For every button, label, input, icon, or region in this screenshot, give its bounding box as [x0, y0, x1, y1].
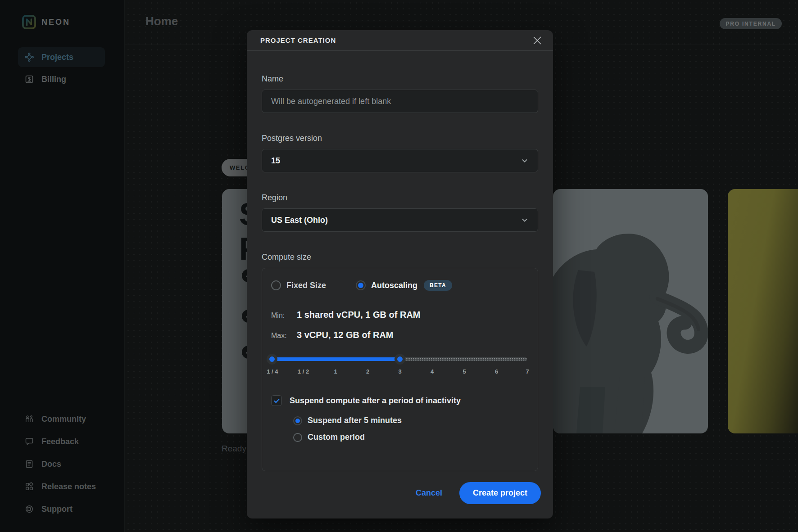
postgres-version-select[interactable]: 15	[262, 149, 538, 172]
autoscaling-radio[interactable]	[356, 280, 366, 290]
custom-period-row: Custom period	[293, 433, 529, 442]
beta-badge: BETA	[424, 280, 452, 291]
min-label: Min:	[271, 311, 297, 320]
region-value: US East (Ohio)	[271, 216, 328, 225]
suspend-checkbox[interactable]	[271, 395, 282, 406]
modal-footer: Cancel Create project	[416, 482, 541, 504]
max-label: Max:	[271, 332, 297, 340]
tick-label: 6	[495, 368, 498, 375]
modal-header: PROJECT CREATION	[247, 30, 553, 51]
modal-body: Name Postgres version 15 Region US East …	[247, 51, 553, 471]
app-root: NEON Projects Billing Community	[0, 0, 798, 532]
close-icon[interactable]	[531, 35, 543, 46]
suspend-checkbox-row: Suspend compute after a period of inacti…	[271, 395, 529, 406]
compute-size-label: Compute size	[262, 252, 538, 262]
checkmark-icon	[273, 397, 280, 404]
min-row: Min: 1 shared vCPU, 1 GB of RAM	[271, 310, 529, 320]
tick-label: 1 / 4	[267, 368, 278, 375]
compute-range-slider[interactable]	[271, 354, 529, 365]
tick-label: 7	[526, 368, 529, 375]
suspend-after-5-label: Suspend after 5 minutes	[308, 416, 402, 425]
postgres-version-value: 15	[271, 156, 280, 166]
slider-filled-range	[272, 357, 401, 361]
suspend-after-5-radio[interactable]	[293, 416, 302, 425]
custom-period-radio[interactable]	[293, 433, 302, 442]
suspend-label: Suspend compute after a period of inacti…	[290, 396, 461, 406]
suspend-after-row: Suspend after 5 minutes	[293, 416, 529, 425]
max-value: 3 vCPU, 12 GB of RAM	[297, 330, 393, 340]
custom-period-label: Custom period	[308, 433, 365, 442]
tick-label: 5	[462, 368, 466, 375]
slider-max-handle[interactable]	[394, 354, 405, 365]
chevron-down-icon	[521, 157, 529, 165]
chevron-down-icon	[521, 216, 529, 224]
fixed-size-label: Fixed Size	[286, 281, 326, 290]
min-value: 1 shared vCPU, 1 GB of RAM	[297, 310, 421, 320]
region-select[interactable]: US East (Ohio)	[262, 208, 538, 232]
compute-mode-radios: Fixed Size Autoscaling BETA	[271, 280, 529, 291]
slider-min-handle[interactable]	[267, 354, 277, 365]
name-label: Name	[262, 74, 538, 84]
tick-label: 3	[398, 368, 401, 375]
project-creation-modal: PROJECT CREATION Name Postgres version 1…	[247, 30, 553, 518]
compute-size-panel: Fixed Size Autoscaling BETA Min: 1 share…	[262, 268, 538, 471]
tick-label: 2	[366, 368, 369, 375]
tick-label: 1 / 2	[298, 368, 309, 375]
modal-title: PROJECT CREATION	[260, 36, 336, 44]
tick-label: 4	[431, 368, 434, 375]
cancel-button[interactable]: Cancel	[416, 488, 442, 498]
fixed-size-radio[interactable]	[271, 280, 281, 290]
tick-label: 1	[334, 368, 337, 375]
project-name-input[interactable]	[262, 90, 538, 113]
region-label: Region	[262, 193, 538, 203]
create-project-button[interactable]: Create project	[459, 482, 541, 504]
postgres-version-label: Postgres version	[262, 134, 538, 143]
autoscaling-label: Autoscaling	[371, 281, 417, 290]
max-row: Max: 3 vCPU, 12 GB of RAM	[271, 330, 529, 340]
slider-tick-labels: 1 / 4 1 / 2 1 2 3 4 5 6 7	[271, 368, 529, 375]
